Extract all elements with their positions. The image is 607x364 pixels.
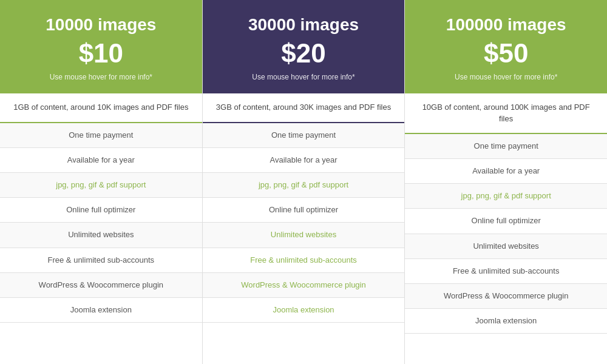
plan-1-feature-5: Unlimited websites <box>0 223 202 248</box>
plan-2-feature-4: Online full optimizer <box>203 198 405 223</box>
plan-1-header[interactable]: 10000 images$10Use mouse hover for more … <box>0 0 202 93</box>
plan-2-feature-5: Unlimited websites <box>203 223 405 248</box>
plan-1-feature-3: jpg, png, gif & pdf support <box>0 173 202 198</box>
plan-1-feature-4: Online full optimizer <box>0 198 202 223</box>
plan-3-header[interactable]: 100000 images$50Use mouse hover for more… <box>405 0 607 93</box>
plan-2-feature-7: WordPress & Woocommerce plugin <box>203 273 405 298</box>
plan-1-features: 1GB of content, around 10K images and PD… <box>0 93 202 364</box>
plan-2-feature-8: Joomla extension <box>203 298 405 323</box>
plan-2-features: 3GB of content, around 30K images and PD… <box>203 93 405 364</box>
plan-3-feature-6: Free & unlimited sub-accounts <box>405 259 607 284</box>
plan-3-feature-2: Available for a year <box>405 159 607 184</box>
plan-2: 30000 images$20Use mouse hover for more … <box>203 0 405 364</box>
plan-3-feature-8: Joomla extension <box>405 309 607 334</box>
plan-2-feature-6: Free & unlimited sub-accounts <box>203 248 405 273</box>
plan-3-content-desc: 10GB of content, around 100K images and … <box>405 93 607 133</box>
plan-1-feature-1: One time payment <box>0 123 202 148</box>
plan-3-hint: Use mouse hover for more info* <box>415 73 597 81</box>
plan-3-feature-3: jpg, png, gif & pdf support <box>405 184 607 209</box>
pricing-table: 10000 images$10Use mouse hover for more … <box>0 0 607 364</box>
plan-1-content-desc: 1GB of content, around 10K images and PD… <box>0 93 202 123</box>
plan-2-header[interactable]: 30000 images$20Use mouse hover for more … <box>203 0 405 93</box>
plan-1-hint: Use mouse hover for more info* <box>10 73 192 81</box>
plan-1-images: 10000 images <box>10 15 192 35</box>
plan-2-hint: Use mouse hover for more info* <box>212 73 395 81</box>
plan-3-feature-5: Unlimited websites <box>405 234 607 259</box>
plan-3-price: $50 <box>415 38 597 70</box>
plan-1-price: $10 <box>10 38 192 70</box>
plan-2-content-desc: 3GB of content, around 30K images and PD… <box>203 93 405 123</box>
plan-2-feature-2: Available for a year <box>203 148 405 173</box>
plan-2-feature-1: One time payment <box>203 123 405 148</box>
plan-3-feature-4: Online full optimizer <box>405 209 607 234</box>
plan-3-feature-1: One time payment <box>405 134 607 159</box>
plan-1-feature-2: Available for a year <box>0 148 202 173</box>
plan-3-features: 10GB of content, around 100K images and … <box>405 93 607 364</box>
plan-2-images: 30000 images <box>212 15 395 35</box>
plan-3-images: 100000 images <box>415 15 597 35</box>
plan-2-feature-3: jpg, png, gif & pdf support <box>203 173 405 198</box>
plan-2-price: $20 <box>212 38 395 70</box>
plan-3-feature-7: WordPress & Woocommerce plugin <box>405 284 607 309</box>
plan-1-feature-8: Joomla extension <box>0 298 202 323</box>
plan-1: 10000 images$10Use mouse hover for more … <box>0 0 203 364</box>
plan-1-feature-7: WordPress & Woocommerce plugin <box>0 273 202 298</box>
plan-3: 100000 images$50Use mouse hover for more… <box>405 0 607 364</box>
plan-1-feature-6: Free & unlimited sub-accounts <box>0 248 202 273</box>
